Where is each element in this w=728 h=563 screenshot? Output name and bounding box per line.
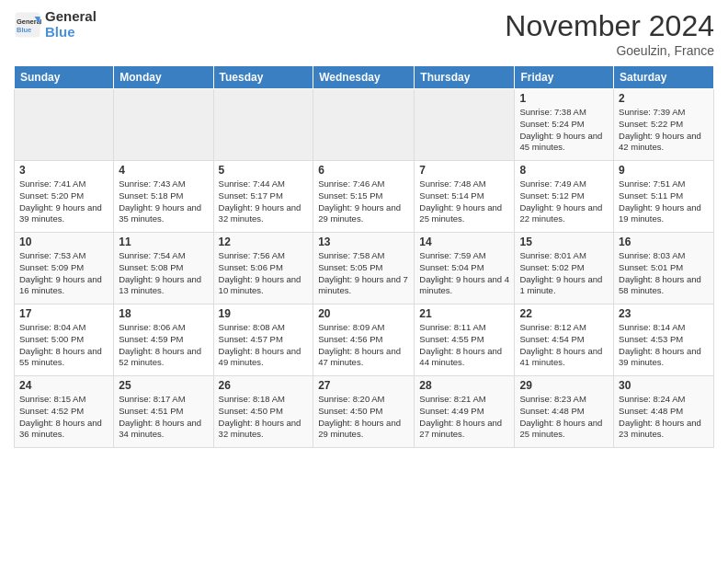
day-info: Sunrise: 8:24 AMSunset: 4:48 PMDaylight:… xyxy=(619,394,709,441)
day-info: Sunrise: 8:20 AMSunset: 4:50 PMDaylight:… xyxy=(318,394,409,441)
day-info: Sunrise: 7:54 AMSunset: 5:08 PMDaylight:… xyxy=(119,250,208,297)
day-number: 12 xyxy=(219,236,309,248)
day-header-monday: Monday xyxy=(114,66,213,89)
week-row-5: 24Sunrise: 8:15 AMSunset: 4:52 PMDayligh… xyxy=(15,376,714,448)
calendar-cell: 20Sunrise: 8:09 AMSunset: 4:56 PMDayligh… xyxy=(313,304,415,376)
day-info: Sunrise: 8:08 AMSunset: 4:57 PMDaylight:… xyxy=(219,322,309,369)
day-number: 29 xyxy=(519,379,609,392)
logo-text: General Blue xyxy=(45,9,97,40)
day-info: Sunrise: 8:18 AMSunset: 4:50 PMDaylight:… xyxy=(219,394,309,441)
day-number: 24 xyxy=(19,379,108,392)
calendar-cell: 13Sunrise: 7:58 AMSunset: 5:05 PMDayligh… xyxy=(313,233,415,304)
day-info: Sunrise: 7:44 AMSunset: 5:17 PMDaylight:… xyxy=(219,178,309,225)
day-info: Sunrise: 7:48 AMSunset: 5:14 PMDaylight:… xyxy=(419,178,509,225)
week-row-2: 3Sunrise: 7:41 AMSunset: 5:20 PMDaylight… xyxy=(15,161,714,233)
calendar-cell: 3Sunrise: 7:41 AMSunset: 5:20 PMDaylight… xyxy=(15,161,114,233)
calendar-cell: 19Sunrise: 8:08 AMSunset: 4:57 PMDayligh… xyxy=(213,304,313,376)
day-number: 21 xyxy=(419,307,509,320)
day-info: Sunrise: 7:38 AMSunset: 5:24 PMDaylight:… xyxy=(519,107,609,154)
day-number: 25 xyxy=(119,379,208,392)
day-number: 10 xyxy=(19,236,108,248)
calendar-cell: 29Sunrise: 8:23 AMSunset: 4:48 PMDayligh… xyxy=(515,376,614,448)
day-number: 2 xyxy=(619,92,709,105)
calendar-cell xyxy=(415,89,515,161)
day-info: Sunrise: 8:14 AMSunset: 4:53 PMDaylight:… xyxy=(619,322,709,369)
day-number: 26 xyxy=(219,379,309,392)
day-number: 18 xyxy=(119,307,208,320)
day-number: 4 xyxy=(119,164,208,177)
calendar-cell: 9Sunrise: 7:51 AMSunset: 5:11 PMDaylight… xyxy=(614,161,714,233)
day-number: 15 xyxy=(519,236,609,248)
calendar-cell xyxy=(114,89,213,161)
day-info: Sunrise: 8:03 AMSunset: 5:01 PMDaylight:… xyxy=(619,250,709,297)
day-number: 14 xyxy=(419,236,509,248)
calendar-cell: 14Sunrise: 7:59 AMSunset: 5:04 PMDayligh… xyxy=(415,233,515,304)
day-number: 22 xyxy=(519,307,609,320)
day-info: Sunrise: 8:23 AMSunset: 4:48 PMDaylight:… xyxy=(519,394,609,441)
week-row-4: 17Sunrise: 8:04 AMSunset: 5:00 PMDayligh… xyxy=(15,304,714,376)
calendar-cell: 25Sunrise: 8:17 AMSunset: 4:51 PMDayligh… xyxy=(114,376,213,448)
day-number: 20 xyxy=(318,307,409,320)
day-info: Sunrise: 7:51 AMSunset: 5:11 PMDaylight:… xyxy=(619,178,709,225)
day-info: Sunrise: 7:53 AMSunset: 5:09 PMDaylight:… xyxy=(19,250,108,297)
logo-icon: General Blue xyxy=(14,11,41,39)
day-header-friday: Friday xyxy=(515,66,614,89)
day-number: 19 xyxy=(219,307,309,320)
calendar-cell: 7Sunrise: 7:48 AMSunset: 5:14 PMDaylight… xyxy=(415,161,515,233)
day-number: 28 xyxy=(419,379,509,392)
calendar-cell xyxy=(313,89,415,161)
week-row-1: 1Sunrise: 7:38 AMSunset: 5:24 PMDaylight… xyxy=(15,89,714,161)
location: Goeulzin, France xyxy=(505,43,714,58)
calendar-cell: 28Sunrise: 8:21 AMSunset: 4:49 PMDayligh… xyxy=(415,376,515,448)
day-info: Sunrise: 7:56 AMSunset: 5:06 PMDaylight:… xyxy=(219,250,309,297)
day-number: 8 xyxy=(519,164,609,177)
title-block: November 2024 Goeulzin, France xyxy=(505,9,714,58)
day-info: Sunrise: 8:12 AMSunset: 4:54 PMDaylight:… xyxy=(519,322,609,369)
day-number: 16 xyxy=(619,236,709,248)
header: General Blue General Blue November 2024 … xyxy=(14,9,714,58)
day-number: 23 xyxy=(619,307,709,320)
calendar-cell: 12Sunrise: 7:56 AMSunset: 5:06 PMDayligh… xyxy=(213,233,313,304)
day-info: Sunrise: 7:39 AMSunset: 5:22 PMDaylight:… xyxy=(619,107,709,154)
day-header-thursday: Thursday xyxy=(415,66,515,89)
day-info: Sunrise: 8:11 AMSunset: 4:55 PMDaylight:… xyxy=(419,322,509,369)
day-info: Sunrise: 8:06 AMSunset: 4:59 PMDaylight:… xyxy=(119,322,208,369)
day-info: Sunrise: 7:58 AMSunset: 5:05 PMDaylight:… xyxy=(318,250,409,297)
day-number: 6 xyxy=(318,164,409,177)
calendar-cell: 22Sunrise: 8:12 AMSunset: 4:54 PMDayligh… xyxy=(515,304,614,376)
day-info: Sunrise: 8:21 AMSunset: 4:49 PMDaylight:… xyxy=(419,394,509,441)
calendar-cell: 16Sunrise: 8:03 AMSunset: 5:01 PMDayligh… xyxy=(614,233,714,304)
calendar-header-row: SundayMondayTuesdayWednesdayThursdayFrid… xyxy=(15,66,714,89)
day-header-saturday: Saturday xyxy=(614,66,714,89)
week-row-3: 10Sunrise: 7:53 AMSunset: 5:09 PMDayligh… xyxy=(15,233,714,304)
calendar-cell: 18Sunrise: 8:06 AMSunset: 4:59 PMDayligh… xyxy=(114,304,213,376)
day-header-tuesday: Tuesday xyxy=(213,66,313,89)
day-number: 3 xyxy=(19,164,108,177)
day-number: 9 xyxy=(619,164,709,177)
logo: General Blue General Blue xyxy=(14,9,97,40)
calendar-cell: 17Sunrise: 8:04 AMSunset: 5:00 PMDayligh… xyxy=(15,304,114,376)
calendar-cell: 10Sunrise: 7:53 AMSunset: 5:09 PMDayligh… xyxy=(15,233,114,304)
day-number: 13 xyxy=(318,236,409,248)
day-info: Sunrise: 8:09 AMSunset: 4:56 PMDaylight:… xyxy=(318,322,409,369)
month-title: November 2024 xyxy=(505,9,714,43)
calendar-cell: 21Sunrise: 8:11 AMSunset: 4:55 PMDayligh… xyxy=(415,304,515,376)
day-info: Sunrise: 8:01 AMSunset: 5:02 PMDaylight:… xyxy=(519,250,609,297)
calendar-cell: 15Sunrise: 8:01 AMSunset: 5:02 PMDayligh… xyxy=(515,233,614,304)
calendar-cell: 24Sunrise: 8:15 AMSunset: 4:52 PMDayligh… xyxy=(15,376,114,448)
day-number: 1 xyxy=(519,92,609,105)
day-info: Sunrise: 7:41 AMSunset: 5:20 PMDaylight:… xyxy=(19,178,108,225)
day-header-wednesday: Wednesday xyxy=(313,66,415,89)
day-number: 17 xyxy=(19,307,108,320)
day-info: Sunrise: 7:46 AMSunset: 5:15 PMDaylight:… xyxy=(318,178,409,225)
day-info: Sunrise: 8:15 AMSunset: 4:52 PMDaylight:… xyxy=(19,394,108,441)
day-info: Sunrise: 7:43 AMSunset: 5:18 PMDaylight:… xyxy=(119,178,208,225)
calendar-cell: 6Sunrise: 7:46 AMSunset: 5:15 PMDaylight… xyxy=(313,161,415,233)
day-info: Sunrise: 7:59 AMSunset: 5:04 PMDaylight:… xyxy=(419,250,509,297)
calendar-cell: 1Sunrise: 7:38 AMSunset: 5:24 PMDaylight… xyxy=(515,89,614,161)
calendar-cell: 2Sunrise: 7:39 AMSunset: 5:22 PMDaylight… xyxy=(614,89,714,161)
day-number: 7 xyxy=(419,164,509,177)
calendar-cell xyxy=(213,89,313,161)
calendar-cell: 8Sunrise: 7:49 AMSunset: 5:12 PMDaylight… xyxy=(515,161,614,233)
day-info: Sunrise: 8:17 AMSunset: 4:51 PMDaylight:… xyxy=(119,394,208,441)
